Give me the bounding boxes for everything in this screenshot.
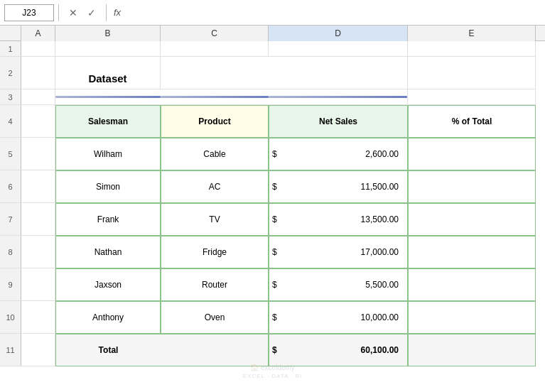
spreadsheet-grid: 1 2 Dataset 3	[0, 41, 545, 392]
cell-d3[interactable]	[269, 89, 408, 105]
row-num-1: 1	[0, 41, 21, 57]
row-num-header	[0, 26, 21, 40]
cell-a7[interactable]	[21, 203, 55, 236]
cell-b1[interactable]	[55, 41, 161, 57]
cell-e2[interactable]	[408, 57, 536, 89]
cell-percent-4[interactable]	[408, 236, 536, 268]
col-header-e[interactable]: E	[408, 26, 536, 41]
header-percent-of-total[interactable]: % of Total	[408, 105, 536, 138]
row-num-7: 7	[0, 203, 21, 236]
row-7: 7 Frank TV $ 13,500.00	[0, 203, 545, 236]
cell-percent-2[interactable]	[408, 170, 536, 203]
cell-sales-1[interactable]: $ 2,600.00	[269, 138, 408, 170]
cell-a4[interactable]	[21, 105, 55, 138]
column-headers: A B C D E	[0, 26, 545, 41]
cell-reference-box[interactable]: J23	[4, 4, 54, 21]
row-6: 6 Simon AC $ 11,500.00	[0, 170, 545, 203]
cell-sales-6[interactable]: $ 10,000.00	[269, 301, 408, 334]
cell-total-amount[interactable]: $ 60,100.00	[269, 334, 408, 366]
cell-sales-5[interactable]: $ 5,500.00	[269, 268, 408, 301]
cell-e3[interactable]	[408, 89, 536, 105]
row-num-6: 6	[0, 170, 21, 203]
cell-percent-1[interactable]	[408, 138, 536, 170]
cell-ref-value: J23	[22, 8, 36, 18]
row-1: 1	[0, 41, 545, 57]
spreadsheet: A B C D E 1 2 Dataset	[0, 26, 545, 392]
cell-salesman-2[interactable]: Simon	[55, 170, 161, 203]
cell-total-label-c[interactable]	[161, 334, 269, 366]
cell-sales-4[interactable]: $ 17,000.00	[269, 236, 408, 268]
row-num-2: 2	[0, 57, 21, 89]
formula-input[interactable]	[126, 4, 541, 21]
formula-bar-icons: ✕ ✓	[63, 7, 102, 18]
row-num-11: 11	[0, 334, 21, 366]
cell-total-percent[interactable]	[408, 334, 536, 366]
row-num-10: 10	[0, 301, 21, 334]
cell-a9[interactable]	[21, 268, 55, 301]
cell-percent-6[interactable]	[408, 301, 536, 334]
formula-bar: J23 ✕ ✓ fx	[0, 0, 545, 26]
row-10: 10 Anthony Oven $ 10,000.00	[0, 301, 545, 334]
cell-salesman-4[interactable]: Nathan	[55, 236, 161, 268]
cell-sales-3[interactable]: $ 13,500.00	[269, 203, 408, 236]
cell-salesman-6[interactable]: Anthony	[55, 301, 161, 334]
cell-product-6[interactable]: Oven	[161, 301, 269, 334]
fx-label: fx	[111, 7, 124, 18]
col-header-b[interactable]: B	[55, 26, 161, 41]
col-header-c[interactable]: C	[161, 26, 269, 41]
cell-salesman-1[interactable]: Wilham	[55, 138, 161, 170]
cell-a2[interactable]	[21, 57, 55, 89]
cell-salesman-3[interactable]: Frank	[55, 203, 161, 236]
cell-c2[interactable]	[161, 57, 269, 89]
row-5: 5 Wilham Cable $ 2,600.00	[0, 138, 545, 170]
cell-product-1[interactable]: Cable	[161, 138, 269, 170]
cell-b2-title[interactable]: Dataset	[55, 57, 161, 89]
row-num-4: 4	[0, 105, 21, 138]
cell-c1[interactable]	[161, 41, 269, 57]
dataset-title: Dataset	[88, 72, 126, 85]
cell-c3[interactable]	[161, 89, 269, 105]
cell-percent-5[interactable]	[408, 268, 536, 301]
cell-a1[interactable]	[21, 41, 55, 57]
cell-product-2[interactable]: AC	[161, 170, 269, 203]
row-num-5: 5	[0, 138, 21, 170]
formula-bar-divider-2	[106, 4, 107, 21]
cell-sales-2[interactable]: $ 11,500.00	[269, 170, 408, 203]
confirm-icon[interactable]: ✓	[85, 7, 99, 18]
cell-b3[interactable]	[55, 89, 161, 105]
cell-product-3[interactable]: TV	[161, 203, 269, 236]
cell-a11[interactable]	[21, 334, 55, 366]
col-header-a[interactable]: A	[21, 26, 55, 41]
formula-bar-divider	[58, 4, 59, 21]
cell-a3[interactable]	[21, 89, 55, 105]
row-9: 9 Jaxson Router $ 5,500.00	[0, 268, 545, 301]
row-8: 8 Nathan Fridge $ 17,000.00	[0, 236, 545, 268]
cell-a5[interactable]	[21, 138, 55, 170]
cell-total-label-b[interactable]: Total	[55, 334, 161, 366]
cell-d2[interactable]	[269, 57, 408, 89]
cell-d1[interactable]	[269, 41, 408, 57]
row-num-3: 3	[0, 89, 21, 105]
row-11-total: 11 Total $ 60,100.00	[0, 334, 545, 366]
header-salesman[interactable]: Salesman	[55, 105, 161, 138]
row-num-9: 9	[0, 268, 21, 301]
cell-a8[interactable]	[21, 236, 55, 268]
cell-e1[interactable]	[408, 41, 536, 57]
cell-a6[interactable]	[21, 170, 55, 203]
row-2: 2 Dataset	[0, 57, 545, 89]
cell-product-5[interactable]: Router	[161, 268, 269, 301]
row-num-8: 8	[0, 236, 21, 268]
cell-a10[interactable]	[21, 301, 55, 334]
cell-product-4[interactable]: Fridge	[161, 236, 269, 268]
header-net-sales[interactable]: Net Sales	[269, 105, 408, 138]
cancel-icon[interactable]: ✕	[66, 7, 80, 18]
cell-salesman-5[interactable]: Jaxson	[55, 268, 161, 301]
header-product[interactable]: Product	[161, 105, 269, 138]
col-header-d[interactable]: D	[269, 26, 408, 41]
cell-percent-3[interactable]	[408, 203, 536, 236]
row-3: 3	[0, 89, 545, 105]
row-4-headers: 4 Salesman Product Net Sales % of Total	[0, 105, 545, 138]
